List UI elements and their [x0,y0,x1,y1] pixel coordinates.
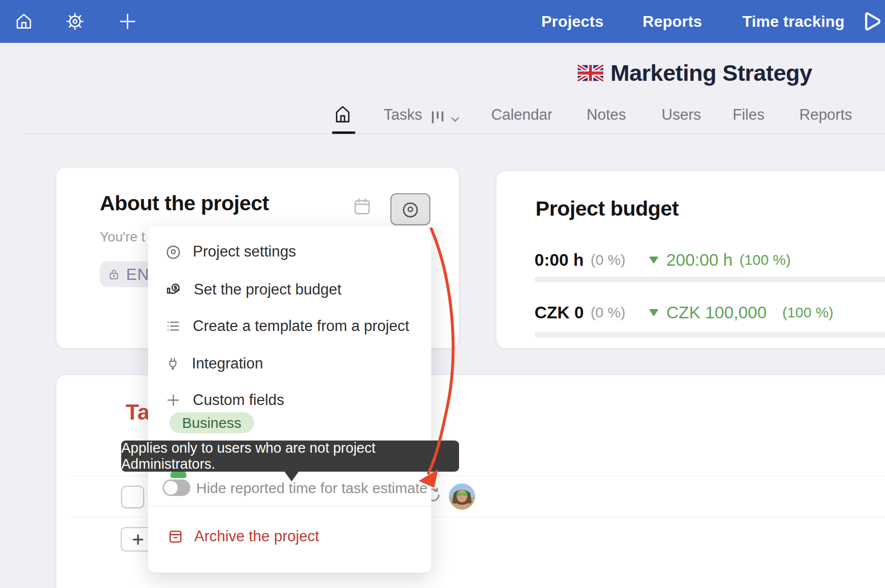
about-card-teaser: You're t [100,229,145,245]
menu-item-custom-fields[interactable]: Custom fields [148,385,431,415]
archive-label: Archive the project [194,528,319,545]
admin-tooltip: Applies only to users who are not projec… [121,441,459,472]
tooltip-caret [284,471,299,481]
budget-card-title: Project budget [535,197,679,220]
project-title: Marketing Strategy [610,59,812,86]
tab-users[interactable]: Users [662,106,701,124]
tasks-view-icon[interactable] [429,109,446,129]
menu-item-create-template[interactable]: Create a template from a project [148,311,431,341]
menu-item-label: Project settings [193,243,296,260]
coin-hand-icon [166,281,182,298]
menu-item-label: Integration [192,355,263,372]
menu-item-project-settings[interactable]: Project settings [148,237,431,267]
uk-flag-icon [577,63,604,83]
hours-budget: 200:00 h [666,250,733,270]
hours-progress-track [535,276,885,282]
tasks-heading: Ta [126,400,149,425]
tab-calendar[interactable]: Calendar [491,106,553,124]
gear-icon [402,201,419,218]
active-tab-underline [332,131,355,134]
nav-projects[interactable]: Projects [541,0,604,43]
triangle-down-icon [649,309,659,316]
hide-reported-time-label: Hide reported time for task estimate [196,480,427,496]
menu-item-label: Create a template from a project [193,317,409,335]
project-header: Marketing Strategy [577,59,812,86]
hide-reported-time-toggle[interactable] [163,479,190,496]
tab-tasks-label: Tasks [384,106,422,123]
home-icon[interactable] [15,0,33,43]
tooltip-text: Applies only to users who are not projec… [121,440,459,472]
tab-reports[interactable]: Reports [799,106,852,124]
ship-wheel-icon[interactable] [65,0,85,43]
lock-icon [108,268,120,281]
nav-time-tracking[interactable]: Time tracking [742,0,845,43]
nav-reports[interactable]: Reports [643,0,702,43]
money-spent-pct: (0 %) [590,304,626,321]
project-settings-dropdown: Project settings Set the project budget … [148,226,431,572]
budget-row-money: CZK 0 (0 %) CZK 100,000 (100 %) [535,303,833,322]
plug-icon [166,356,180,371]
menu-divider [148,506,431,507]
money-budget: CZK 100,000 [666,303,767,322]
gear-icon [166,244,181,259]
hours-budget-pct: (100 %) [739,252,791,268]
money-progress-track [535,332,885,338]
tab-overview[interactable] [333,104,352,129]
triangle-down-icon [649,257,659,264]
language-badge-label: EN [126,265,149,284]
menu-item-archive-project[interactable]: Archive the project [148,521,431,551]
tab-files[interactable]: Files [733,106,764,124]
archive-icon [167,529,184,545]
tab-tasks[interactable]: Tasks [384,106,422,124]
money-budget-pct: (100 %) [782,304,833,321]
task-checkbox[interactable] [121,486,144,508]
tab-notes[interactable]: Notes [587,106,626,124]
budget-row-hours: 0:00 h (0 %) 200:00 h (100 %) [535,250,791,270]
money-spent: CZK 0 [535,303,584,322]
assignee-avatar[interactable] [449,483,475,510]
project-budget-card: Project budget 0:00 h (0 %) 200:00 h (10… [497,171,885,348]
menu-item-label: Custom fields [193,391,284,409]
hours-spent: 0:00 h [535,250,584,270]
hours-spent-pct: (0 %) [590,252,626,268]
calendar-icon[interactable] [352,196,372,219]
play-timer-icon[interactable] [863,0,882,43]
home-tab-icon [333,104,352,125]
tabs-divider [19,134,885,134]
menu-item-set-budget[interactable]: Set the project budget [148,275,431,305]
plus-icon [131,533,145,546]
business-plan-badge: Business [169,412,254,433]
menu-item-label: Set the project budget [194,281,341,298]
chevron-down-icon[interactable] [449,112,461,129]
menu-item-integration[interactable]: Integration [148,349,431,379]
add-icon[interactable] [117,0,138,43]
plus-icon [166,392,181,408]
app-window: Projects Reports Time tracking Marketing… [0,0,885,588]
topbar: Projects Reports Time tracking [0,0,885,43]
list-icon [166,318,181,334]
about-card-title: About the project [100,191,269,215]
project-settings-menu-button[interactable] [390,193,430,225]
